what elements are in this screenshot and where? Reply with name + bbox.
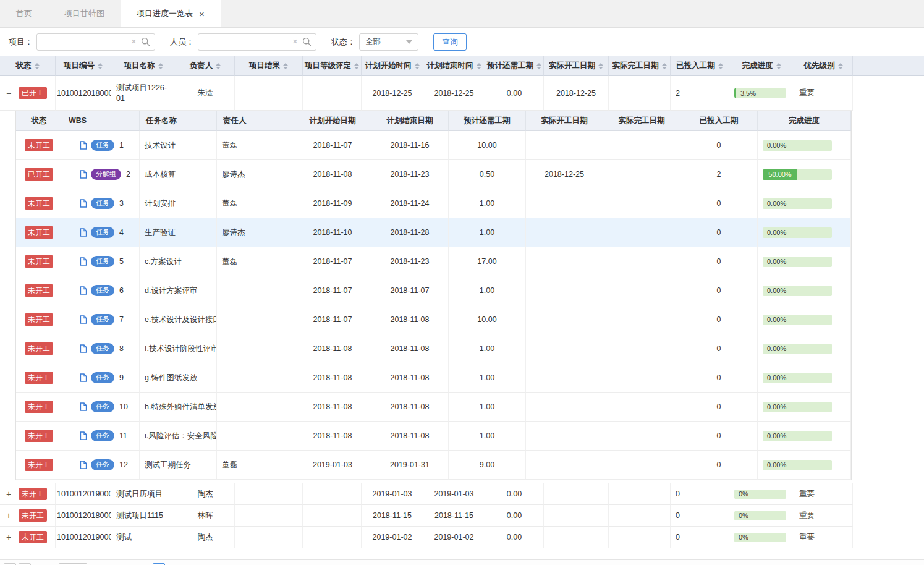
- file-icon: [80, 257, 87, 266]
- task-owner-cell: 董磊: [217, 189, 294, 218]
- project-row[interactable]: +未开工1010012019000测试陶杰2019-01-022019-01-0…: [0, 527, 924, 548]
- sort-icon[interactable]: [283, 63, 288, 69]
- status-select[interactable]: 全部: [359, 33, 418, 51]
- task-status-cell: 未开工: [16, 334, 62, 363]
- column-header[interactable]: 预计还需工期: [485, 56, 544, 76]
- task-row[interactable]: 未开工任务7e.技术设计及设计接口2018-11-072018-11-0810.…: [16, 305, 851, 334]
- task-progress-cell: 50.00%: [758, 160, 851, 189]
- task-remaining-cell: 0.50: [449, 160, 526, 189]
- sort-icon[interactable]: [354, 63, 359, 69]
- sort-icon[interactable]: [718, 63, 723, 69]
- task-name-cell: h.特殊外购件清单发放: [140, 393, 217, 422]
- project-row[interactable]: −已开工1010012018000测试项目1226-01朱淦2018-12-25…: [0, 76, 924, 111]
- task-name-cell: f.技术设计阶段性评审: [140, 334, 217, 363]
- column-header[interactable]: 项目名称: [111, 56, 176, 76]
- column-header[interactable]: 项目编号: [56, 56, 111, 76]
- expand-icon[interactable]: +: [4, 532, 14, 542]
- task-actual-finish-cell: [603, 131, 680, 160]
- progress-bar: 0.00%: [763, 257, 832, 267]
- project-row[interactable]: +未开工1010012018000测试项目1115林晖2018-11-15201…: [0, 505, 924, 527]
- task-name-cell: 测试工期任务: [140, 451, 217, 480]
- column-header[interactable]: 完成进度: [729, 56, 794, 76]
- project-grade-cell: [303, 505, 362, 527]
- tab-3[interactable]: 项目进度一览表×: [121, 0, 221, 27]
- sort-icon[interactable]: [662, 63, 667, 69]
- column-header[interactable]: 实际完工日期: [609, 56, 671, 76]
- sort-icon[interactable]: [415, 63, 420, 69]
- person-search-box[interactable]: ✕: [198, 33, 316, 51]
- task-name: f.技术设计阶段性评审: [145, 344, 217, 354]
- task-status-badge: 未开工: [25, 401, 53, 412]
- sort-icon[interactable]: [477, 63, 481, 69]
- wbs-number: 10: [119, 402, 128, 411]
- task-invested-cell: 0: [680, 189, 758, 218]
- column-header[interactable]: 项目等级评定: [303, 56, 362, 76]
- remaining-duration: 0.00: [507, 89, 522, 98]
- column-header[interactable]: 计划开始时间: [362, 56, 423, 76]
- clear-icon[interactable]: ✕: [289, 38, 301, 46]
- sort-icon[interactable]: [838, 63, 843, 69]
- task-status-badge: 未开工: [25, 139, 53, 151]
- tab-1[interactable]: 首页: [0, 0, 48, 27]
- column-header[interactable]: 优先级别: [794, 56, 853, 76]
- task-actual-finish-cell: [603, 422, 680, 451]
- task-row[interactable]: 未开工任务5c.方案设计董磊2018-11-072018-11-2317.000…: [16, 247, 851, 276]
- tab-close-icon[interactable]: ×: [199, 9, 205, 19]
- column-header[interactable]: 计划结束时间: [423, 56, 485, 76]
- clear-icon[interactable]: ✕: [128, 38, 140, 46]
- column-header-label: 计划开始时间: [365, 61, 412, 71]
- plan-start-date-cell: 2019-01-02: [362, 527, 423, 548]
- subtable-header-row: 状态WBS任务名称责任人计划开始日期计划结束日期预计还需工期实际开工日期实际完工…: [16, 111, 851, 131]
- column-header[interactable]: 状态: [0, 56, 56, 76]
- column-header[interactable]: 负责人: [176, 56, 235, 76]
- invested-duration-cell: 0: [671, 505, 729, 527]
- wbs-number: 3: [119, 199, 124, 208]
- sort-icon[interactable]: [536, 63, 541, 69]
- task-name-cell: d.设计方案评审: [140, 276, 217, 305]
- task-row[interactable]: 未开工任务4生产验证廖诗杰2018-11-102018-11-281.0000.…: [16, 218, 851, 247]
- project-status-badge: 未开工: [19, 531, 47, 543]
- column-header[interactable]: 已投入工期: [671, 56, 729, 76]
- task-remaining: 1.00: [480, 373, 494, 382]
- query-button[interactable]: 查询: [433, 33, 467, 51]
- task-row[interactable]: 未开工任务11i.风险评估：安全风险2018-11-082018-11-081.…: [16, 422, 851, 451]
- project-code: 1010012019000: [57, 533, 111, 542]
- expand-icon[interactable]: +: [4, 511, 14, 520]
- project-search-input[interactable]: [37, 38, 128, 46]
- task-actual-finish-cell: [603, 363, 680, 393]
- project-code: 1010012019000: [57, 490, 111, 498]
- task-row[interactable]: 未开工任务9g.铸件图纸发放2018-11-082018-11-081.0000…: [16, 363, 851, 393]
- column-header[interactable]: 项目结果: [235, 56, 303, 76]
- search-icon[interactable]: [301, 37, 316, 46]
- task-row[interactable]: 未开工任务8f.技术设计阶段性评审2018-11-082018-11-081.0…: [16, 334, 851, 363]
- sort-icon[interactable]: [158, 63, 163, 69]
- expand-icon[interactable]: +: [4, 489, 14, 499]
- sort-icon[interactable]: [776, 63, 781, 69]
- project-result-cell: [235, 76, 303, 111]
- file-icon: [80, 286, 87, 295]
- collapse-icon[interactable]: −: [4, 88, 14, 98]
- column-header[interactable]: 实际开工日期: [544, 56, 609, 76]
- person-search-input[interactable]: [198, 38, 289, 46]
- project-search-box[interactable]: ✕: [36, 33, 155, 51]
- sort-icon[interactable]: [98, 63, 103, 69]
- sort-icon[interactable]: [598, 63, 603, 69]
- task-row[interactable]: 未开工任务3计划安排董磊2018-11-092018-11-241.0000.0…: [16, 189, 851, 218]
- task-row[interactable]: 未开工任务12测试工期任务董磊2019-01-032019-01-319.000…: [16, 451, 851, 480]
- task-owner: 董磊: [222, 257, 237, 267]
- task-row[interactable]: 未开工任务10h.特殊外购件清单发放2018-11-082018-11-081.…: [16, 393, 851, 422]
- subtable-column-header: 已投入工期: [680, 111, 758, 131]
- sort-icon[interactable]: [216, 63, 221, 69]
- project-owner-cell: 朱淦: [176, 76, 235, 111]
- search-icon[interactable]: [140, 37, 155, 46]
- task-row[interactable]: 未开工任务6d.设计方案评审2018-11-072018-11-071.0000…: [16, 276, 851, 305]
- wbs-number: 4: [119, 228, 124, 237]
- sort-icon[interactable]: [35, 63, 40, 69]
- task-row[interactable]: 未开工任务1技术设计董磊2018-11-072018-11-1610.0000.…: [16, 131, 851, 160]
- project-row[interactable]: +未开工1010012019000测试日历项目陶杰2019-01-032019-…: [0, 483, 924, 505]
- task-wbs-cell: 任务12: [62, 451, 140, 480]
- task-status-badge: 未开工: [25, 459, 53, 470]
- task-name: g.铸件图纸发放: [145, 373, 197, 383]
- task-row[interactable]: 已开工分解组2成本核算廖诗杰2018-11-082018-11-230.5020…: [16, 160, 851, 189]
- tab-2[interactable]: 项目甘特图: [48, 0, 121, 27]
